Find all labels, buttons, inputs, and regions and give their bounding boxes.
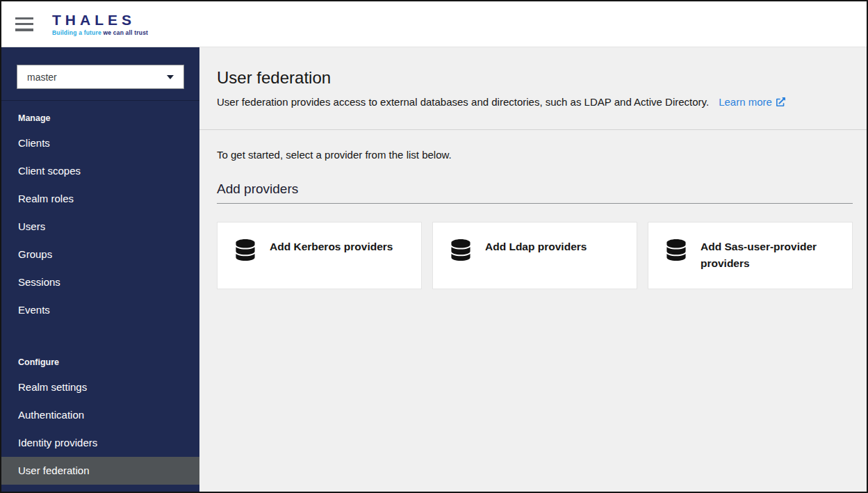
provider-card-label: Add Kerberos providers: [270, 239, 393, 255]
add-ldap-providers-card[interactable]: Add Ldap providers: [432, 222, 637, 289]
provider-card-label: Add Sas-user-provider providers: [701, 239, 840, 272]
sidebar-item-users[interactable]: Users: [1, 213, 199, 241]
caret-down-icon: [167, 75, 174, 79]
sidebar-item-events[interactable]: Events: [1, 296, 199, 324]
add-kerberos-providers-card[interactable]: Add Kerberos providers: [217, 222, 422, 289]
get-started-text: To get started, select a provider from t…: [217, 149, 853, 161]
sidebar-item-realm-roles[interactable]: Realm roles: [1, 185, 199, 213]
nav-list-configure: Realm settings Authentication Identity p…: [1, 373, 199, 485]
sidebar-item-clients[interactable]: Clients: [1, 129, 199, 157]
sidebar-item-groups[interactable]: Groups: [1, 241, 199, 268]
add-sas-user-provider-providers-card[interactable]: Add Sas-user-provider providers: [648, 222, 853, 289]
page-description-text: User federation provides access to exter…: [217, 96, 709, 108]
database-icon: [666, 239, 686, 261]
page-description: User federation provides access to exter…: [217, 95, 853, 110]
top-bar: THALES Building a future we can all trus…: [1, 1, 867, 47]
nav-section-configure-label: Configure: [1, 345, 199, 373]
page-header: User federation User federation provides…: [199, 47, 867, 129]
sidebar-item-sessions[interactable]: Sessions: [1, 268, 199, 296]
provider-card-label: Add Ldap providers: [485, 239, 587, 255]
realm-selector[interactable]: master: [17, 65, 184, 89]
database-icon: [236, 239, 255, 261]
page-title: User federation: [217, 68, 853, 88]
content-section: To get started, select a provider from t…: [199, 130, 867, 289]
app-window: THALES Building a future we can all trus…: [0, 0, 868, 493]
sidebar-item-authentication[interactable]: Authentication: [1, 401, 199, 429]
provider-cards: Add Kerberos providers Add Ldap provider…: [217, 222, 853, 289]
sidebar: master Manage Clients Client scopes Real…: [1, 47, 199, 492]
learn-more-label: Learn more: [719, 95, 772, 110]
nav-list-manage: Clients Client scopes Realm roles Users …: [1, 129, 199, 324]
sidebar-item-client-scopes[interactable]: Client scopes: [1, 157, 199, 185]
database-icon: [451, 239, 470, 261]
sidebar-item-user-federation[interactable]: User federation: [1, 457, 199, 485]
brand-name: THALES: [52, 13, 148, 27]
sidebar-item-realm-settings[interactable]: Realm settings: [1, 373, 199, 401]
learn-more-link[interactable]: Learn more: [719, 95, 785, 110]
nav-section-manage-label: Manage: [1, 101, 199, 129]
external-link-icon: [776, 97, 785, 106]
brand-tagline: Building a future we can all trust: [52, 29, 148, 36]
sidebar-item-identity-providers[interactable]: Identity providers: [1, 429, 199, 457]
thales-logo: THALES Building a future we can all trus…: [52, 13, 148, 36]
add-providers-heading: Add providers: [217, 181, 853, 204]
realm-selector-value: master: [27, 72, 57, 83]
main-content: User federation User federation provides…: [199, 47, 867, 492]
hamburger-icon[interactable]: [15, 17, 33, 31]
